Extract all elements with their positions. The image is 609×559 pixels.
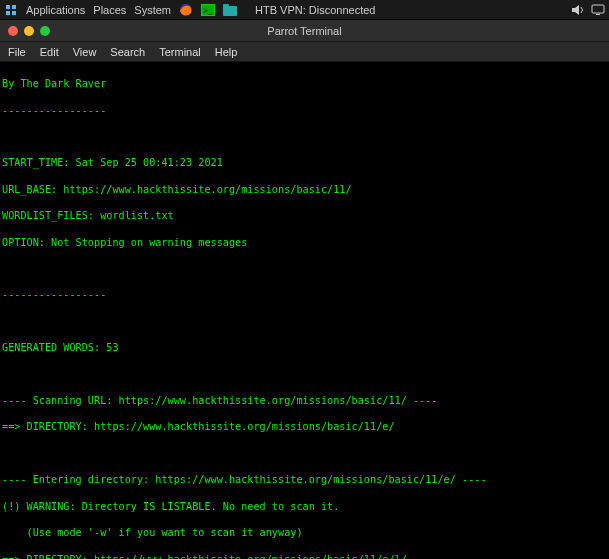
output-line xyxy=(2,130,607,143)
panel-places[interactable]: Places xyxy=(93,4,126,16)
svg-rect-11 xyxy=(596,14,600,15)
terminal-menubar: File Edit View Search Terminal Help xyxy=(0,42,609,62)
svg-rect-8 xyxy=(223,4,229,8)
output-line xyxy=(2,262,607,275)
panel-system[interactable]: System xyxy=(134,4,171,16)
output-line: ---- Scanning URL: https://www.hackthiss… xyxy=(2,394,607,407)
svg-rect-10 xyxy=(592,5,604,13)
top-panel: Applications Places System >_ HTB VPN: D… xyxy=(0,0,609,20)
output-line xyxy=(2,315,607,328)
output-line: ==> DIRECTORY: https://www.hackthissite.… xyxy=(2,420,607,433)
menu-help[interactable]: Help xyxy=(215,46,238,58)
files-icon[interactable] xyxy=(223,3,237,17)
output-line: (Use mode '-w' if you want to scan it an… xyxy=(2,526,607,539)
output-line: ----------------- xyxy=(2,104,607,117)
window-title: Parrot Terminal xyxy=(0,25,609,37)
output-line: START_TIME: Sat Sep 25 00:41:23 2021 xyxy=(2,156,607,169)
menu-search[interactable]: Search xyxy=(110,46,145,58)
svg-marker-9 xyxy=(572,5,579,15)
app-menu-icon[interactable] xyxy=(4,3,18,17)
output-line: GENERATED WORDS: 53 xyxy=(2,341,607,354)
menu-terminal[interactable]: Terminal xyxy=(159,46,201,58)
output-line: (!) WARNING: Directory IS LISTABLE. No n… xyxy=(2,500,607,513)
firefox-icon[interactable] xyxy=(179,3,193,17)
svg-rect-3 xyxy=(12,11,16,15)
terminal-output[interactable]: By The Dark Raver ----------------- STAR… xyxy=(0,62,609,559)
volume-icon[interactable] xyxy=(571,3,585,17)
svg-rect-1 xyxy=(12,5,16,9)
panel-vpn-status[interactable]: HTB VPN: Disconnected xyxy=(255,4,375,16)
svg-rect-2 xyxy=(6,11,10,15)
window-titlebar[interactable]: Parrot Terminal xyxy=(0,20,609,42)
svg-text:>_: >_ xyxy=(203,6,213,15)
display-icon[interactable] xyxy=(591,3,605,17)
output-line xyxy=(2,447,607,460)
menu-file[interactable]: File xyxy=(8,46,26,58)
output-line: ==> DIRECTORY: https://www.hackthissite.… xyxy=(2,553,607,559)
terminal-launcher-icon[interactable]: >_ xyxy=(201,3,215,17)
output-line: ----------------- xyxy=(2,288,607,301)
output-line: By The Dark Raver xyxy=(2,77,607,90)
menu-edit[interactable]: Edit xyxy=(40,46,59,58)
output-line: WORDLIST_FILES: wordlist.txt xyxy=(2,209,607,222)
output-line: URL_BASE: https://www.hackthissite.org/m… xyxy=(2,183,607,196)
svg-rect-0 xyxy=(6,5,10,9)
output-line xyxy=(2,368,607,381)
menu-view[interactable]: View xyxy=(73,46,97,58)
panel-applications[interactable]: Applications xyxy=(26,4,85,16)
output-line: ---- Entering directory: https://www.hac… xyxy=(2,473,607,486)
output-line: OPTION: Not Stopping on warning messages xyxy=(2,236,607,249)
